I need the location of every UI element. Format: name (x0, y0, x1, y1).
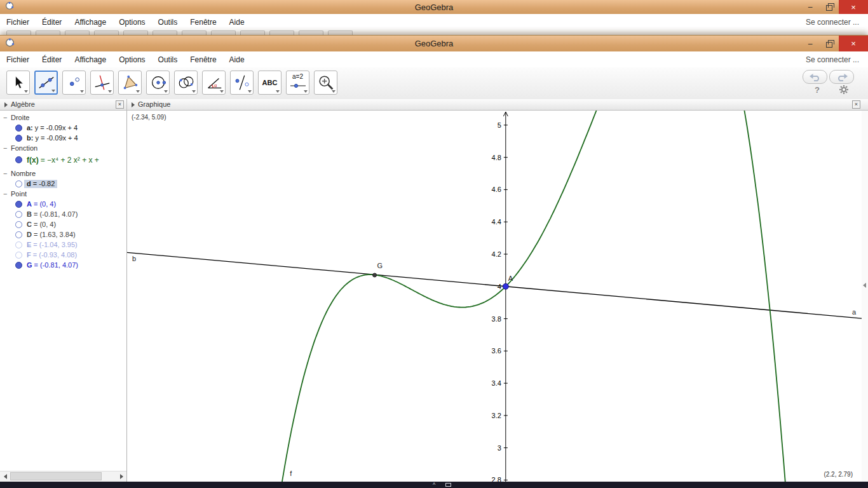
algebra-item-D[interactable]: D= (1.63, 3.84) (0, 230, 127, 240)
graphics-canvas[interactable]: 54.84.64.44.243.83.63.43.232.8baGAf (127, 111, 862, 482)
visibility-marble[interactable] (15, 231, 22, 238)
inner-titlebar[interactable]: GeoGebra – × (0, 35, 868, 52)
minimize-button[interactable]: – (801, 36, 820, 51)
tool-polygon-button[interactable] (118, 71, 142, 95)
taskbar-caret-icon[interactable]: ^ (433, 482, 435, 488)
tool-dropdown-arrow[interactable] (192, 90, 196, 93)
line-a[interactable] (127, 252, 862, 318)
collapse-icon[interactable]: − (3, 190, 7, 198)
algebra-item-G[interactable]: G= (-0.81, 4.07) (0, 261, 127, 271)
outer-minimize-button[interactable]: – (801, 0, 820, 14)
graphics-close-button[interactable]: × (852, 100, 860, 109)
graphics-view-header[interactable]: Graphique × (127, 99, 868, 111)
tool-dropdown-arrow[interactable] (220, 90, 224, 93)
algebra-item-A[interactable]: A= (0, 4) (0, 200, 127, 210)
sign-in-link[interactable]: Se connecter ... (806, 55, 859, 64)
algebra-item-d[interactable]: d= -0.82 (0, 179, 127, 189)
visibility-marble[interactable] (15, 211, 22, 218)
tool-dropdown-arrow[interactable] (108, 90, 112, 93)
panel-menu-arrow-icon[interactable] (4, 102, 8, 107)
visibility-marble[interactable] (15, 135, 22, 142)
menu-editer[interactable]: Éditer (36, 51, 68, 67)
outer-restore-button[interactable] (820, 0, 839, 14)
visibility-marble[interactable] (15, 262, 22, 269)
tool-point-button[interactable] (62, 71, 86, 95)
tool-circle-button[interactable] (146, 71, 170, 95)
graphics-panel[interactable]: 54.84.64.44.243.83.63.43.232.8baGAf (-2.… (127, 111, 862, 482)
tool-line-button[interactable] (34, 71, 58, 95)
collapse-icon[interactable]: − (3, 170, 7, 177)
visibility-marble[interactable] (15, 156, 22, 163)
point-G[interactable] (373, 273, 377, 277)
visibility-marble[interactable] (15, 125, 22, 132)
outer-titlebar[interactable]: GeoGebra – × (0, 0, 868, 15)
tool-zoom-button[interactable] (314, 71, 337, 95)
restore-button[interactable] (820, 36, 839, 51)
visibility-marble[interactable] (15, 252, 22, 259)
menu-outils[interactable]: Outils (152, 14, 184, 30)
visibility-marble[interactable] (15, 180, 22, 187)
algebra-item-E[interactable]: E= (-1.04, 3.95) (0, 240, 127, 250)
collapse-icon[interactable]: − (3, 114, 7, 121)
algebra-item-f[interactable]: f(x)= −x⁴ + 2 x² + x + (0, 154, 127, 166)
scroll-left-button[interactable] (0, 471, 10, 481)
menu-fichier[interactable]: Fichier (0, 14, 36, 30)
windows-taskbar-sliver[interactable]: ^ (0, 482, 868, 488)
panel-collapse-strip[interactable] (862, 111, 868, 482)
menu-affichage[interactable]: Affichage (68, 14, 112, 30)
undo-button[interactable] (803, 70, 827, 84)
tool-angle-button[interactable]: α (202, 71, 226, 95)
menu-aide[interactable]: Aide (223, 14, 251, 30)
menu-fenetre[interactable]: Fenêtre (184, 14, 222, 30)
curve-f[interactable] (127, 111, 862, 482)
tool-dropdown-arrow[interactable] (332, 90, 336, 93)
menu-options[interactable]: Options (112, 14, 151, 30)
algebra-group-point[interactable]: − Point (0, 189, 127, 200)
taskbar-monitor-icon[interactable] (445, 483, 451, 487)
menu-affichage[interactable]: Affichage (68, 51, 112, 67)
tool-dropdown-arrow[interactable] (276, 90, 280, 93)
tool-slider-button[interactable]: a=2 (286, 71, 309, 95)
menu-editer[interactable]: Éditer (36, 14, 68, 30)
tool-transform-button[interactable] (230, 71, 254, 95)
settings-button[interactable] (839, 85, 849, 97)
scrollbar-thumb[interactable] (10, 472, 102, 480)
help-button[interactable]: ? (815, 85, 820, 95)
visibility-marble[interactable] (15, 201, 22, 208)
algebra-item-a[interactable]: a:y = -0.09x + 4 (0, 123, 127, 133)
visibility-marble[interactable] (15, 241, 22, 248)
panel-menu-arrow-icon[interactable] (132, 102, 135, 107)
algebra-group-fonction[interactable]: − Fonction (0, 144, 127, 154)
algebra-item-b[interactable]: b:y = -0.09x + 4 (0, 133, 127, 144)
collapse-icon[interactable]: − (3, 144, 7, 152)
close-button[interactable]: × (839, 36, 868, 51)
outer-close-button[interactable]: × (839, 0, 868, 14)
algebra-item-C[interactable]: C= (0, 4) (0, 220, 127, 230)
visibility-marble[interactable] (15, 221, 22, 228)
algebra-item-F[interactable]: F= (-0.93, 4.08) (0, 250, 127, 261)
tool-text-button[interactable]: ABC (258, 71, 281, 95)
tool-dropdown-arrow[interactable] (136, 90, 140, 93)
algebra-close-button[interactable]: × (116, 100, 124, 109)
point-A[interactable] (503, 283, 508, 289)
redo-button[interactable] (829, 70, 854, 84)
tool-dropdown-arrow[interactable] (164, 90, 168, 93)
algebra-view-header[interactable]: Algèbre × (0, 99, 127, 111)
sign-in-link[interactable]: Se connecter ... (806, 18, 859, 27)
algebra-group-droite[interactable]: − Droite (0, 113, 127, 123)
menu-fenetre[interactable]: Fenêtre (184, 51, 222, 67)
tool-dropdown-arrow[interactable] (24, 90, 28, 93)
tool-dropdown-arrow[interactable] (80, 90, 84, 93)
scroll-right-button[interactable] (116, 471, 126, 481)
menu-aide[interactable]: Aide (223, 51, 251, 67)
tool-dropdown-arrow[interactable] (51, 90, 55, 92)
menu-fichier[interactable]: Fichier (0, 51, 36, 67)
tool-move-button[interactable] (6, 71, 30, 95)
menu-outils[interactable]: Outils (152, 51, 184, 67)
tool-conic-button[interactable] (174, 71, 198, 95)
algebra-item-B[interactable]: B= (-0.81, 4.07) (0, 210, 127, 220)
tool-perpendicular-button[interactable] (90, 71, 114, 95)
tool-dropdown-arrow[interactable] (304, 90, 308, 93)
algebra-horizontal-scrollbar[interactable] (0, 471, 126, 482)
menu-options[interactable]: Options (112, 51, 151, 67)
